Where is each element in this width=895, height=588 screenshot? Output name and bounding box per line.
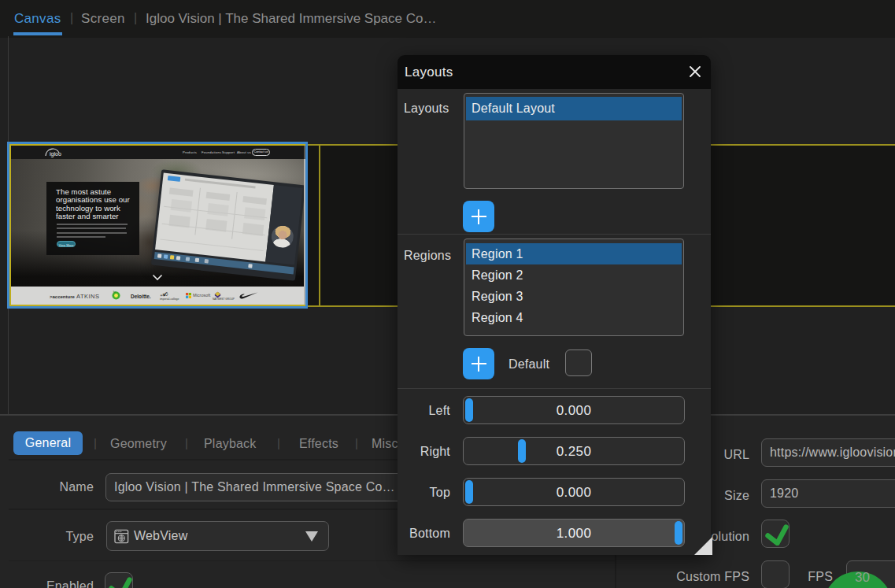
svg-text:igloo: igloo [50, 151, 61, 157]
svg-text:bp: bp [113, 290, 116, 294]
